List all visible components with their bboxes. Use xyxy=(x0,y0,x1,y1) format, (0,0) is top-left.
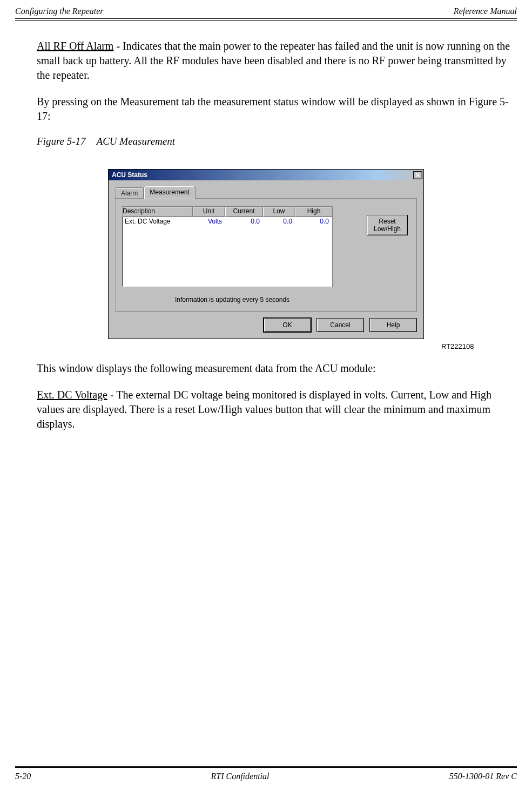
col-description[interactable]: Description xyxy=(123,207,193,217)
close-button[interactable]: ✕ xyxy=(413,171,422,179)
dialog-title: ACU Status xyxy=(111,171,413,179)
acu-status-dialog: ACU Status ✕ AlarmMeasurement Descriptio… xyxy=(108,169,424,339)
tab-measurement[interactable]: Measurement xyxy=(144,186,195,199)
ok-button[interactable]: OK xyxy=(264,318,311,332)
footer-doc-rev: 550-1300-01 Rev C xyxy=(449,772,517,781)
paragraph-window-intro: This window displays the following measu… xyxy=(37,361,517,376)
figure-title: ACU Measurement xyxy=(97,136,175,147)
dialog-button-row: OK Cancel Help xyxy=(115,318,417,332)
help-button[interactable]: Help xyxy=(369,318,417,332)
running-header-left: Configuring the Repeater xyxy=(15,6,104,16)
reset-low-high-button[interactable]: Reset Low/High xyxy=(367,215,408,235)
col-unit[interactable]: Unit xyxy=(193,207,225,217)
running-header: Configuring the Repeater Reference Manua… xyxy=(15,6,517,19)
tab-panel-measurement: Description Unit Current Low High Ext. D… xyxy=(115,198,417,312)
paragraph-press-measurement: By pressing on the Measurement tab the m… xyxy=(37,94,517,124)
dialog-body: AlarmMeasurement Description Unit Curren… xyxy=(109,180,423,339)
running-header-right: Reference Manual xyxy=(454,6,517,16)
figure-label: Figure 5-17 xyxy=(37,136,86,147)
figure-caption: Figure 5-17ACU Measurement xyxy=(37,136,517,147)
footer-confidential: RTI Confidential xyxy=(211,772,270,781)
update-info-text: Information is updating every 5 seconds xyxy=(175,296,289,303)
figure-rt-number: RT222108 xyxy=(58,342,474,350)
cell-current: 0.0 xyxy=(225,217,263,226)
tab-alarm[interactable]: Alarm xyxy=(115,187,144,199)
close-icon: ✕ xyxy=(415,172,420,179)
cell-desc: Ext. DC Voltage xyxy=(123,217,193,226)
footer-page-number: 5-20 xyxy=(15,772,31,781)
header-underline xyxy=(15,20,517,21)
acu-status-dialog-screenshot: ACU Status ✕ AlarmMeasurement Descriptio… xyxy=(108,169,424,339)
cell-unit: Volts xyxy=(193,217,225,226)
tab-strip: AlarmMeasurement xyxy=(115,186,417,199)
table-row: Ext. DC Voltage Volts 0.0 0.0 0.0 xyxy=(123,217,332,226)
dialog-titlebar: ACU Status ✕ xyxy=(109,170,423,180)
col-high[interactable]: High xyxy=(295,207,332,217)
paragraph-all-rf-off: All RF Off Alarm - Indicates that the ma… xyxy=(37,39,517,83)
term-ext-dc-voltage: Ext. DC Voltage xyxy=(37,389,107,401)
term-all-rf-off: All RF Off Alarm xyxy=(37,40,113,52)
reset-label-line1: Reset xyxy=(379,218,395,225)
reset-label-line2: Low/High xyxy=(374,225,401,233)
page-footer: 5-20 RTI Confidential 550-1300-01 Rev C xyxy=(15,766,517,781)
paragraph-ext-dc-voltage: Ext. DC Voltage - The external DC voltag… xyxy=(37,388,517,431)
col-low[interactable]: Low xyxy=(263,207,295,217)
cell-high: 0.0 xyxy=(295,217,332,226)
col-current[interactable]: Current xyxy=(225,207,263,217)
cancel-button[interactable]: Cancel xyxy=(316,318,364,332)
table-header-row: Description Unit Current Low High xyxy=(123,207,332,217)
cell-low: 0.0 xyxy=(263,217,295,226)
measurement-table: Description Unit Current Low High Ext. D… xyxy=(122,206,333,287)
